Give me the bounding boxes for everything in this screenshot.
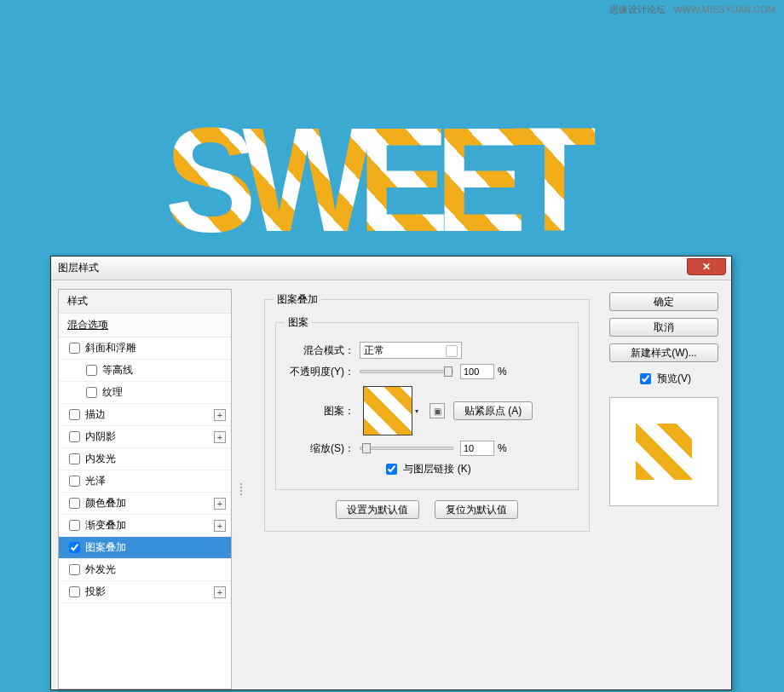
opacity-input[interactable] [460, 364, 494, 379]
style-item-0[interactable]: 斜面和浮雕 [59, 337, 231, 360]
style-item-1[interactable]: 等高线 [59, 360, 231, 382]
watermark-site: 思缘设计论坛 [609, 4, 666, 14]
pattern-overlay-group: 图案叠加 图案 混合模式： 正常 不透明度(Y)： % [264, 292, 590, 532]
ok-button[interactable]: 确定 [609, 292, 718, 311]
style-item-label: 内阴影 [85, 430, 116, 444]
opacity-unit: % [498, 366, 507, 378]
style-item-10[interactable]: 外发光 [59, 559, 231, 581]
style-item-label: 等高线 [102, 363, 133, 378]
styles-header[interactable]: 样式 [59, 290, 231, 314]
blend-mode-select[interactable]: 正常 [360, 342, 462, 359]
link-layer-checkbox[interactable] [386, 464, 397, 475]
style-item-checkbox[interactable] [86, 387, 97, 398]
style-item-8[interactable]: 渐变叠加+ [59, 515, 231, 537]
style-item-9[interactable]: 图案叠加 [59, 537, 231, 559]
opacity-label: 不透明度(Y)： [285, 365, 355, 379]
preview-pattern-icon [636, 424, 692, 480]
style-item-label: 斜面和浮雕 [85, 341, 136, 355]
close-button[interactable]: ✕ [687, 258, 726, 275]
pattern-swatch[interactable] [363, 386, 412, 435]
style-item-label: 内发光 [85, 452, 116, 466]
add-effect-icon[interactable]: + [214, 498, 226, 510]
dialog-titlebar[interactable]: 图层样式 ✕ [51, 257, 731, 280]
style-item-label: 描边 [85, 407, 106, 422]
close-icon: ✕ [702, 261, 711, 273]
add-effect-icon[interactable]: + [214, 409, 226, 421]
style-item-label: 纹理 [102, 385, 123, 400]
style-item-checkbox[interactable] [69, 431, 80, 442]
styles-list: 样式 混合选项 斜面和浮雕等高线纹理描边+内阴影+内发光光泽颜色叠加+渐变叠加+… [58, 289, 232, 689]
style-item-7[interactable]: 颜色叠加+ [59, 493, 231, 515]
style-item-11[interactable]: 投影+ [59, 581, 231, 603]
add-effect-icon[interactable]: + [214, 520, 226, 532]
style-item-3[interactable]: 描边+ [59, 404, 231, 426]
blend-mode-label: 混合模式： [285, 343, 355, 358]
style-item-checkbox[interactable] [69, 542, 80, 553]
style-item-label: 外发光 [85, 562, 116, 577]
new-style-button[interactable]: 新建样式(W)... [609, 343, 718, 362]
style-item-5[interactable]: 内发光 [59, 448, 231, 470]
preview-checkbox[interactable] [640, 373, 651, 384]
style-item-checkbox[interactable] [69, 409, 80, 420]
preview-box [609, 397, 718, 506]
style-item-4[interactable]: 内阴影+ [59, 426, 231, 448]
group-title: 图案叠加 [274, 292, 321, 307]
subgroup-title: 图案 [285, 315, 312, 330]
style-item-checkbox[interactable] [69, 343, 80, 354]
style-item-checkbox[interactable] [86, 365, 97, 376]
style-item-checkbox[interactable] [69, 498, 80, 509]
watermark: 思缘设计论坛 WWW.MISSYUAN.COM [609, 3, 775, 16]
watermark-url: WWW.MISSYUAN.COM [673, 4, 775, 14]
opacity-slider[interactable] [360, 370, 453, 373]
style-item-label: 光泽 [85, 474, 106, 488]
layer-style-dialog: 图层样式 ✕ 样式 混合选项 斜面和浮雕等高线纹理描边+内阴影+内发光光泽颜色叠… [50, 256, 732, 690]
link-layer-label: 与图层链接 (K) [403, 462, 470, 476]
cancel-button[interactable]: 取消 [609, 318, 718, 337]
panel-drag-handle[interactable] [237, 289, 245, 689]
pattern-label: 图案： [285, 404, 355, 418]
style-item-label: 投影 [85, 585, 106, 599]
snap-origin-button[interactable]: 贴紧原点 (A) [453, 401, 533, 420]
style-item-checkbox[interactable] [69, 520, 80, 531]
add-effect-icon[interactable]: + [214, 431, 226, 443]
dialog-title: 图层样式 [58, 261, 99, 275]
style-item-label: 颜色叠加 [85, 496, 126, 510]
reset-default-button[interactable]: 复位为默认值 [435, 500, 518, 519]
scale-slider[interactable] [360, 447, 453, 450]
pattern-subgroup: 图案 混合模式： 正常 不透明度(Y)： % 图案： [275, 315, 579, 490]
style-item-checkbox[interactable] [69, 453, 80, 464]
style-item-2[interactable]: 纹理 [59, 382, 231, 404]
pattern-dropdown-icon[interactable]: ▾ [412, 386, 421, 435]
canvas-text-sweet: SWEET [165, 94, 628, 239]
blend-options-header[interactable]: 混合选项 [59, 314, 231, 337]
style-item-checkbox[interactable] [69, 476, 80, 487]
style-item-label: 图案叠加 [85, 540, 126, 555]
scale-unit: % [498, 442, 507, 454]
style-item-checkbox[interactable] [69, 586, 80, 597]
blend-mode-value: 正常 [364, 343, 384, 358]
set-default-button[interactable]: 设置为默认值 [336, 500, 419, 519]
scale-input[interactable] [460, 441, 494, 456]
preview-label: 预览(V) [657, 372, 691, 386]
style-item-label: 渐变叠加 [85, 518, 126, 533]
style-item-6[interactable]: 光泽 [59, 470, 231, 493]
add-effect-icon[interactable]: + [214, 586, 226, 598]
style-item-checkbox[interactable] [69, 564, 80, 575]
scale-label: 缩放(S)： [285, 441, 355, 456]
create-pattern-icon[interactable]: ▣ [429, 403, 445, 418]
